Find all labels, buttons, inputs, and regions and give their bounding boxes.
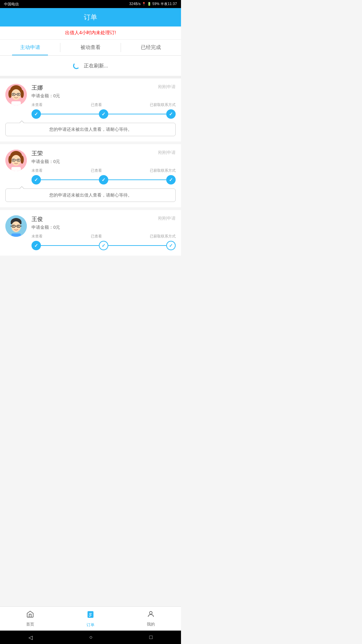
svg-point-32 (18, 226, 19, 227)
svg-point-8 (13, 94, 14, 95)
step-track-3: ✓ ✓ ✓ (32, 241, 176, 250)
step-track-2: ✓ ✓ ✓ (32, 175, 176, 184)
step-label-2-2: 已获取联系方式 (150, 168, 176, 173)
refresh-text: 正在刷新... (84, 63, 108, 69)
tab-completed[interactable]: 已经完成 (121, 40, 181, 55)
order-card-2[interactable]: 王荣 刚刚申请 申请金额：0元 未查看 已查看 已获取联系方式 ✓ (0, 144, 181, 207)
svg-point-4 (11, 89, 21, 100)
status-bubble-2: 您的申请还未被出借人查看，请耐心等待。 (5, 189, 176, 202)
step-label-2-1: 已查看 (91, 168, 102, 173)
svg-point-15 (11, 155, 21, 166)
order-info-3: 王俊 刚刚申请 申请金额：0元 未查看 已查看 已获取联系方式 ✓ (32, 215, 176, 250)
step-labels-2: 未查看 已查看 已获取联系方式 (32, 168, 176, 173)
order-top-row-1: 王娜 刚刚申请 (32, 84, 176, 92)
svg-point-14 (20, 156, 24, 164)
step-line-2-0 (41, 179, 99, 180)
order-top-row-3: 王俊 刚刚申请 (32, 215, 176, 223)
order-top-row-2: 王荣 刚刚申请 (32, 150, 176, 157)
order-header-1: 王娜 刚刚申请 申请金额：0元 未查看 已查看 已获取联系方式 ✓ (5, 84, 176, 119)
svg-point-31 (13, 226, 14, 227)
order-amount-3: 申请金额：0元 (32, 224, 176, 230)
status-bar: 中国电信 324B/s 📍 🔋 59% 半夜11:37 (0, 0, 181, 8)
step-line-3-1 (108, 245, 167, 246)
order-time-3: 刚刚申请 (158, 215, 176, 221)
progress-steps-3: 未查看 已查看 已获取联系方式 ✓ ✓ ✓ (32, 234, 176, 250)
loading-spinner (73, 62, 80, 69)
step-line-3-0 (41, 245, 99, 246)
step-circle-3-2: ✓ (166, 241, 176, 250)
svg-point-9 (18, 94, 19, 95)
status-info: 324B/s 📍 🔋 59% 半夜11:37 (129, 2, 177, 6)
svg-point-20 (18, 160, 19, 161)
step-circle-1-2: ✓ (166, 109, 176, 119)
step-label-2-0: 未查看 (32, 168, 43, 173)
step-label-3-2: 已获取联系方式 (150, 234, 176, 239)
svg-point-13 (8, 156, 12, 164)
svg-point-3 (20, 90, 24, 98)
step-line-1-1 (108, 114, 167, 114)
step-labels-3: 未查看 已查看 已获取联系方式 (32, 234, 176, 239)
svg-rect-21 (11, 167, 21, 171)
progress-steps-1: 未查看 已查看 已获取联系方式 ✓ ✓ ✓ (32, 102, 176, 119)
step-label-1-2: 已获取联系方式 (150, 102, 176, 107)
tab-active-apply[interactable]: 主动申请 (0, 40, 60, 55)
order-time-1: 刚刚申请 (158, 84, 176, 90)
main-content: 正在刷新... (0, 56, 181, 290)
order-info-1: 王娜 刚刚申请 申请金额：0元 未查看 已查看 已获取联系方式 ✓ (32, 84, 176, 119)
order-time-2: 刚刚申请 (158, 150, 176, 156)
step-labels-1: 未查看 已查看 已获取联系方式 (32, 102, 176, 107)
order-name-2: 王荣 (32, 150, 43, 157)
notice-text: 出借人4小时内未处理订! (65, 30, 116, 35)
step-label-1-0: 未查看 (32, 102, 43, 107)
carrier-text: 中国电信 (4, 2, 19, 7)
step-label-3-0: 未查看 (32, 234, 43, 239)
svg-rect-10 (11, 101, 21, 105)
progress-steps-2: 未查看 已查看 已获取联系方式 ✓ ✓ ✓ (32, 168, 176, 184)
step-circle-2-0: ✓ (32, 175, 41, 184)
order-header-2: 王荣 刚刚申请 申请金额：0元 未查看 已查看 已获取联系方式 ✓ (5, 150, 176, 184)
step-circle-3-0: ✓ (32, 241, 41, 250)
order-card-1[interactable]: 王娜 刚刚申请 申请金额：0元 未查看 已查看 已获取联系方式 ✓ (0, 78, 181, 142)
avatar-3 (5, 215, 27, 237)
page-header: 订单 (0, 8, 181, 26)
order-amount-2: 申请金额：0元 (32, 159, 176, 165)
status-bubble-1: 您的申请还未被出借人查看，请耐心等待。 (5, 123, 176, 136)
step-label-3-1: 已查看 (91, 234, 102, 239)
page-title: 订单 (84, 13, 97, 21)
tab-passive-view[interactable]: 被动查看 (60, 40, 120, 55)
order-header-3: 王俊 刚刚申请 申请金额：0元 未查看 已查看 已获取联系方式 ✓ (5, 215, 176, 250)
notice-bar: 出借人4小时内未处理订! (0, 26, 181, 40)
step-circle-1-1: ✓ (99, 109, 108, 119)
step-label-1-1: 已查看 (91, 102, 102, 107)
order-amount-1: 申请金额：0元 (32, 93, 176, 99)
order-name-1: 王娜 (32, 84, 43, 92)
order-info-2: 王荣 刚刚申请 申请金额：0元 未查看 已查看 已获取联系方式 ✓ (32, 150, 176, 184)
tab-bar: 主动申请 被动查看 已经完成 (0, 40, 181, 56)
step-line-1-0 (41, 114, 99, 114)
svg-rect-33 (11, 233, 21, 237)
order-name-3: 王俊 (32, 215, 43, 223)
step-circle-2-2: ✓ (166, 175, 176, 184)
refresh-area: 正在刷新... (0, 56, 181, 78)
step-track-1: ✓ ✓ ✓ (32, 109, 176, 119)
avatar-1 (5, 84, 27, 105)
step-circle-3-1: ✓ (99, 241, 108, 250)
svg-point-25 (11, 221, 21, 232)
avatar-2 (5, 150, 27, 171)
step-circle-1-0: ✓ (32, 109, 41, 119)
step-circle-2-1: ✓ (99, 175, 108, 184)
svg-point-19 (13, 160, 14, 161)
svg-point-2 (8, 90, 12, 98)
step-line-2-1 (108, 179, 167, 180)
order-card-3[interactable]: 王俊 刚刚申请 申请金额：0元 未查看 已查看 已获取联系方式 ✓ (0, 210, 181, 256)
